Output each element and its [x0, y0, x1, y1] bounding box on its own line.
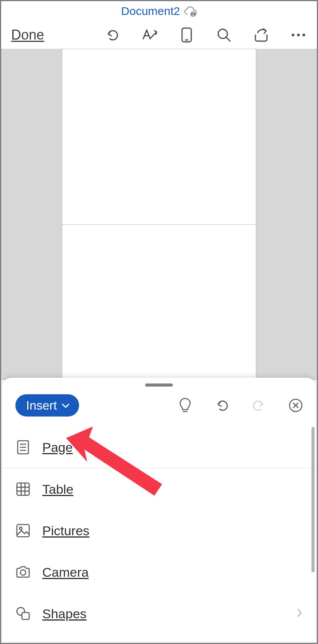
insert-panel: Insert: [2, 378, 316, 642]
document-canvas[interactable]: [1, 49, 317, 380]
cloud-sync-icon[interactable]: [184, 6, 197, 18]
sheet-grabber[interactable]: [145, 383, 173, 387]
page-icon: [15, 440, 31, 455]
chevron-down-icon: [61, 403, 70, 408]
shapes-icon: [15, 606, 31, 621]
insert-menu: Page Table Pictures: [2, 427, 316, 644]
lightbulb-icon[interactable]: [177, 397, 194, 414]
menu-item-label: Pictures: [42, 523, 89, 538]
menu-item-shapes[interactable]: Shapes: [2, 593, 316, 634]
toolbar: Done: [1, 21, 317, 49]
font-style-icon[interactable]: [141, 27, 158, 43]
scroll-indicator[interactable]: [311, 427, 315, 572]
table-icon: [15, 482, 31, 496]
camera-icon: [15, 566, 31, 579]
sheet-actions: [177, 397, 304, 414]
toolbar-icons: [104, 27, 307, 43]
close-icon[interactable]: [287, 397, 304, 414]
svg-point-5: [292, 34, 295, 37]
undo-icon[interactable]: [214, 397, 230, 414]
mobile-view-icon[interactable]: [178, 27, 195, 43]
svg-line-4: [226, 37, 230, 41]
menu-item-table[interactable]: Table: [2, 468, 316, 510]
more-icon[interactable]: [290, 27, 307, 43]
done-button[interactable]: Done: [11, 27, 44, 43]
document-page[interactable]: [62, 49, 256, 225]
svg-rect-25: [22, 612, 29, 619]
document-title[interactable]: Document2: [121, 5, 180, 18]
redo-icon: [250, 397, 267, 414]
menu-item-label: Camera: [42, 565, 89, 580]
undo-icon[interactable]: [104, 27, 121, 43]
menu-item-page[interactable]: Page: [2, 427, 316, 468]
document-page[interactable]: [62, 224, 256, 380]
insert-tab-label: Insert: [26, 398, 57, 413]
svg-point-6: [297, 34, 300, 37]
svg-rect-16: [17, 483, 29, 495]
share-icon[interactable]: [253, 27, 270, 43]
menu-item-label: Shapes: [42, 606, 86, 621]
title-bar: Document2: [1, 1, 317, 21]
svg-rect-21: [17, 524, 29, 537]
svg-point-23: [20, 570, 26, 575]
menu-item-label: Page: [42, 440, 73, 455]
chevron-right-icon: [296, 608, 303, 619]
sheet-header: Insert: [2, 387, 316, 427]
pictures-icon: [15, 523, 31, 538]
menu-item-pictures[interactable]: Pictures: [2, 510, 316, 551]
svg-point-7: [303, 34, 305, 37]
search-icon[interactable]: [215, 27, 232, 43]
menu-item-label: Table: [42, 482, 73, 497]
insert-tab-button[interactable]: Insert: [15, 394, 79, 417]
menu-item-camera[interactable]: Camera: [2, 551, 316, 593]
svg-point-22: [20, 527, 22, 530]
menu-item-text-box[interactable]: Text Box: [2, 634, 316, 644]
